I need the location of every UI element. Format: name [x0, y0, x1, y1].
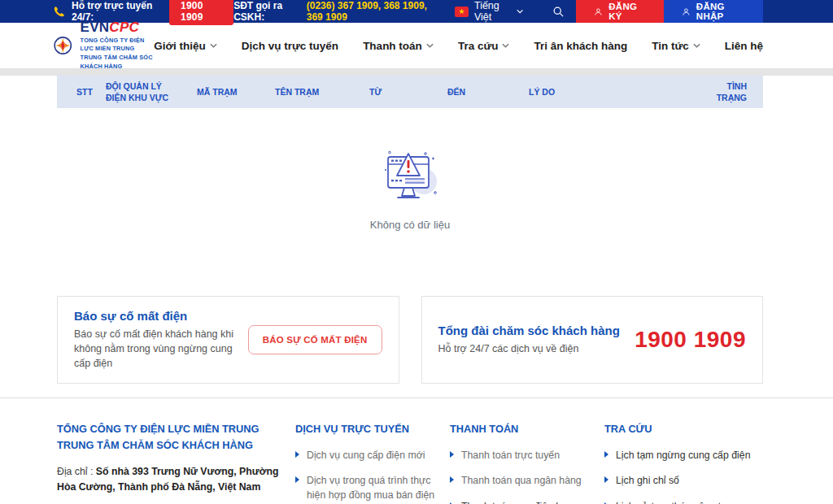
hotline-card-description: Hỗ trợ 24/7 các dịch vụ về điện	[438, 341, 620, 356]
language-label: Tiếng Việt	[474, 0, 512, 23]
footer-payment-column: THANH TOÁN Thanh toán trực tuyến Thanh t…	[450, 421, 604, 504]
footer-link-lich-ghi-chi-so[interactable]: Lịch ghi chỉ số	[604, 474, 763, 489]
footer-link-hop-dong-mua-ban-dien[interactable]: Dịch vụ trong quá trình thực hiện hợp đồ…	[295, 474, 450, 503]
nav-gioi-thieu[interactable]: Giới thiệu	[154, 40, 217, 52]
arrow-bullet-icon	[604, 451, 608, 458]
vietnam-flag-icon: ★	[455, 7, 469, 17]
arrow-bullet-icon	[450, 451, 454, 458]
cskh-label: SĐT gọi ra CSKH:	[233, 0, 303, 23]
footer-link-cung-cap-dien-moi[interactable]: Dịch vụ cung cấp điện mới	[295, 449, 450, 463]
nav-tri-an-khach-hang[interactable]: Tri ân khách hàng	[534, 40, 627, 52]
empty-state: Không có dữ liệu	[57, 150, 763, 231]
column-header-ma-tram: MÃ TRẠM	[190, 86, 268, 98]
footer-link-lich-tam-ngung[interactable]: Lịch tạm ngừng cung cấp điện	[604, 449, 763, 463]
footer-link-lich-su-treo-thao[interactable]: Lịch sử treo tháo công tơ	[604, 500, 763, 504]
nav-dich-vu-truc-tuyen[interactable]: Dịch vụ trực tuyến	[242, 40, 338, 52]
company-subtitle: TỔNG CÔNG TY ĐIỆN LỰC MIỀN TRUNG TRUNG T…	[81, 37, 155, 71]
footer-payment-title: THANH TOÁN	[450, 421, 604, 437]
column-header-den: ĐẾN	[441, 86, 522, 98]
search-icon	[552, 6, 565, 18]
table-header-row: STT ĐỘI QUẢN LÝ ĐIỆN KHU VỰC MÃ TRẠM TÊN…	[57, 76, 763, 108]
header: EVNCPC TỔNG CÔNG TY ĐIỆN LỰC MIỀN TRUNG …	[0, 23, 833, 68]
register-button[interactable]: ĐĂNG KÝ	[576, 0, 664, 23]
user-icon	[682, 7, 691, 17]
arrow-bullet-icon	[450, 476, 454, 483]
hotline-card-title: Tổng đài chăm sóc khách hàng	[438, 324, 620, 337]
report-outage-button[interactable]: BÁO SỰ CỐ MẤT ĐIỆN	[248, 325, 382, 354]
login-label: ĐĂNG NHẬP	[696, 2, 745, 21]
cards-row: Báo sự cố mất điện Báo sự cố mất điện kh…	[57, 296, 763, 384]
login-button[interactable]: ĐĂNG NHẬP	[664, 0, 763, 23]
incident-card-title: Báo sự cố mất điện	[74, 309, 248, 323]
chevron-down-icon	[693, 43, 700, 48]
cskh-numbers: (0236) 367 1909, 368 1909, 369 1909	[307, 0, 445, 23]
nav-tra-cuu[interactable]: Tra cứu	[458, 40, 510, 52]
search-button[interactable]	[541, 6, 576, 18]
register-label: ĐĂNG KÝ	[608, 2, 646, 21]
user-icon	[594, 7, 603, 17]
footer-services-column: DỊCH VỤ TRỰC TUYẾN Dịch vụ cung cấp điện…	[295, 421, 450, 504]
footer-link-thanh-toan-dien-luc[interactable]: Thanh toán qua điện lực	[450, 500, 604, 504]
arrow-bullet-icon	[604, 476, 608, 483]
evn-star-icon	[53, 29, 73, 62]
nav-lien-he[interactable]: Liên hệ	[725, 40, 763, 52]
hotline-phone-number: 1900 1909	[635, 327, 746, 353]
footer: TỔNG CÔNG TY ĐIỆN LỰC MIỀN TRUNG TRUNG T…	[57, 421, 763, 504]
nav-tin-tuc[interactable]: Tin tức	[652, 40, 700, 52]
main-nav: Giới thiệu Dịch vụ trực tuyến Thanh toán…	[154, 40, 763, 52]
footer-link-thanh-toan-truc-tuyen[interactable]: Thanh toán trực tuyến	[450, 449, 604, 463]
footer-link-thanh-toan-ngan-hang[interactable]: Thanh toán qua ngân hàng	[450, 474, 604, 489]
brand-name: EVNCPC	[81, 20, 155, 34]
hotline-card: Tổng đài chăm sóc khách hàng Hỗ trợ 24/7…	[421, 296, 764, 384]
logo[interactable]: EVNCPC TỔNG CÔNG TY ĐIỆN LỰC MIỀN TRUNG …	[53, 20, 154, 71]
column-header-tu: TỪ	[363, 86, 441, 98]
footer-lookup-title: TRA CỨU	[604, 421, 763, 437]
chevron-down-icon	[517, 9, 523, 14]
footer-lookup-column: TRA CỨU Lịch tạm ngừng cung cấp điện Lịc…	[604, 421, 763, 504]
incident-card: Báo sự cố mất điện Báo sự cố mất điện kh…	[57, 296, 399, 384]
footer-address: Địa chỉ : Số nhà 393 Trưng Nữ Vương, Phư…	[57, 464, 295, 495]
empty-state-text: Không có dữ liệu	[370, 219, 450, 231]
footer-divider	[0, 398, 833, 398]
footer-company-name: TỔNG CÔNG TY ĐIỆN LỰC MIỀN TRUNG TRUNG T…	[57, 421, 295, 452]
column-header-ten-tram: TÊN TRẠM	[268, 86, 363, 98]
chevron-down-icon	[502, 43, 509, 48]
column-header-ly-do: LÝ DO	[522, 86, 691, 98]
no-data-icon	[378, 150, 442, 206]
phone-icon	[53, 6, 65, 18]
footer-company-column: TỔNG CÔNG TY ĐIỆN LỰC MIỀN TRUNG TRUNG T…	[57, 421, 295, 504]
nav-thanh-toan[interactable]: Thanh toán	[363, 40, 434, 52]
hotline-badge: 1900 1909	[169, 0, 233, 25]
chevron-down-icon	[210, 43, 217, 48]
footer-services-title: DỊCH VỤ TRỰC TUYẾN	[295, 421, 450, 437]
arrow-bullet-icon	[295, 451, 299, 458]
column-header-tinh-trang: TÌNH TRẠNG	[691, 80, 763, 103]
incident-card-description: Báo sự cố mất điện khách hàng khi không …	[74, 327, 248, 371]
language-selector[interactable]: Tiếng Việt	[474, 0, 524, 23]
chevron-down-icon	[426, 43, 434, 48]
column-header-stt: STT	[57, 86, 99, 98]
column-header-doi-quan-ly: ĐỘI QUẢN LÝ ĐIỆN KHU VỰC	[99, 80, 190, 103]
arrow-bullet-icon	[295, 476, 299, 483]
